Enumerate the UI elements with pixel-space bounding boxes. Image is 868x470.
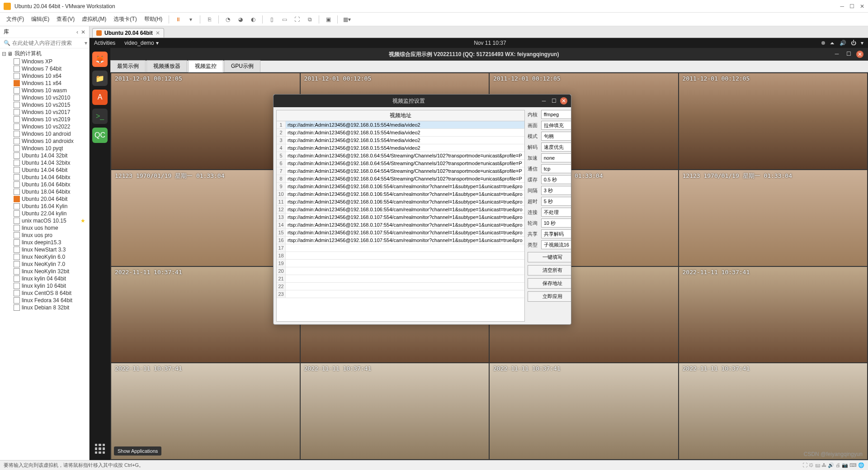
address-row[interactable]: 3rtsp://admin:Admin123456@192.168.0.15:5… — [277, 137, 524, 144]
setting-select[interactable]: 5 秒 — [541, 197, 571, 206]
setting-select[interactable]: 速度优先 — [541, 142, 571, 152]
address-row[interactable]: 17 — [277, 244, 524, 252]
close-button[interactable]: ✕ — [560, 97, 567, 104]
url-cell[interactable]: rtsp://admin:Admin123456@192.168.0.106:5… — [286, 206, 524, 213]
setting-select[interactable]: tcp — [541, 164, 571, 173]
video-cell[interactable]: 2022-11-11 10:37:41 — [301, 363, 489, 459]
vm-item[interactable]: linux Fedora 34 64bit — [0, 297, 89, 304]
address-row[interactable]: 15rtsp://admin:Admin123456@192.168.0.107… — [277, 229, 524, 237]
vm-item[interactable]: Windows XP — [0, 58, 89, 65]
network-icon[interactable]: ⏶ — [830, 40, 835, 46]
setting-select[interactable]: 0.5 秒 — [541, 175, 571, 184]
url-cell[interactable]: rtsp://admin:Admin123456@192.168.0.64:55… — [286, 152, 524, 159]
url-cell[interactable]: rtsp://admin:Admin123456@192.168.0.64:55… — [286, 175, 524, 182]
close-icon[interactable]: ✕ — [156, 30, 160, 36]
vm-item[interactable]: linux Debian 8 32bit — [0, 304, 89, 311]
address-row[interactable]: 4rtsp://admin:Admin123456@192.168.0.15:5… — [277, 144, 524, 152]
url-cell[interactable]: rtsp://admin:Admin123456@192.168.0.15:55… — [286, 137, 524, 144]
view-4-icon[interactable]: ⧉ — [304, 14, 315, 25]
settings-icon[interactable]: ▦▾ — [341, 14, 352, 25]
pause-icon[interactable]: ⏸ — [173, 14, 184, 25]
vm-tab[interactable]: Ubuntu 20.04 64bit ✕ — [92, 28, 164, 38]
tab-gpu[interactable]: GPU示例 — [224, 60, 260, 72]
vm-item[interactable]: Windows 10 android — [0, 130, 89, 138]
address-row[interactable]: 8rtsp://admin:Admin123456@192.168.0.64:5… — [277, 175, 524, 183]
vm-item[interactable]: Ubuntu 18.04 64bitx — [0, 188, 89, 195]
setting-select[interactable]: 共享解码 — [541, 229, 571, 238]
send-icon[interactable]: ⎘ — [204, 14, 215, 25]
menu-view[interactable]: 查看(V) — [54, 14, 77, 25]
url-cell[interactable] — [286, 252, 524, 259]
show-apps-button[interactable] — [92, 441, 108, 456]
menu-tabs[interactable]: 选项卡(T) — [111, 14, 139, 25]
vm-item[interactable]: linux deepin15.3 — [0, 239, 89, 246]
address-row[interactable]: 18 — [277, 252, 524, 260]
vm-item[interactable]: Windows 10 vs2015 — [0, 101, 89, 109]
vm-item[interactable]: Ubuntu 14.04 32bit — [0, 152, 89, 159]
view-2-icon[interactable]: ▭ — [279, 14, 290, 25]
video-cell[interactable]: 2022-11-11 10:37:41 — [679, 267, 868, 363]
video-cell[interactable]: 2022-11-11 10:37:41 — [111, 267, 300, 363]
address-row[interactable]: 11rtsp://admin:Admin123456@192.168.0.106… — [277, 198, 524, 206]
dropdown-icon[interactable]: ▾ — [185, 14, 196, 25]
address-row[interactable]: 13rtsp://admin:Admin123456@192.168.0.107… — [277, 214, 524, 221]
vm-item[interactable]: linux NeoKylin 6.0 — [0, 253, 89, 261]
setting-select[interactable]: 3 秒 — [541, 186, 571, 195]
url-cell[interactable]: rtsp://admin:Admin123456@192.168.0.106:5… — [286, 190, 524, 198]
snapshot-icon[interactable]: ◔ — [222, 14, 233, 25]
minimize-button[interactable]: ─ — [840, 3, 844, 9]
setting-select[interactable]: none — [541, 153, 571, 162]
url-cell[interactable]: rtsp://admin:Admin123456@192.168.0.107:5… — [286, 229, 524, 236]
video-cell[interactable]: 2011-12-01 00:12:05 — [679, 73, 868, 169]
address-row[interactable]: 14rtsp://admin:Admin123456@192.168.0.107… — [277, 221, 524, 229]
video-cell[interactable]: 2011-12-01 00:12:05 — [111, 73, 300, 169]
setting-select[interactable]: 拉伸填充 — [541, 121, 571, 130]
vm-item[interactable]: unix macOS 10.15★ — [0, 217, 89, 224]
chevron-down-icon[interactable]: ▾ — [861, 40, 863, 46]
url-cell[interactable]: rtsp://admin:Admin123456@192.168.0.107:5… — [286, 221, 524, 228]
tab-monitor[interactable]: 视频监控 — [188, 60, 223, 72]
console-icon[interactable]: ▣ — [323, 14, 334, 25]
url-cell[interactable]: rtsp://admin:Admin123456@192.168.0.106:5… — [286, 183, 524, 190]
video-cell[interactable]: 12123 1970/01/19 星期一 01:33:04 — [111, 170, 300, 266]
vm-item[interactable]: linux NewStart 3.3 — [0, 246, 89, 253]
vm-item[interactable]: Ubuntu 16.04 64bitx — [0, 181, 89, 188]
vm-item[interactable]: Ubuntu 20.04 64bit — [0, 195, 89, 203]
power-icon[interactable]: ⏻ — [851, 40, 856, 46]
video-cell[interactable]: 2022-11-11 10:37:41 — [490, 363, 678, 459]
fill-button[interactable]: 一键填写 — [528, 252, 571, 262]
url-cell[interactable] — [286, 260, 524, 267]
address-row[interactable]: 1rtsp://admin:Admin123456@192.168.0.15:5… — [277, 121, 524, 129]
tab-player[interactable]: 视频播放器 — [146, 60, 187, 72]
url-cell[interactable]: rtsp://admin:Admin123456@192.168.0.106:5… — [286, 198, 524, 205]
snapshot-restore-icon[interactable]: ◕ — [235, 14, 246, 25]
vm-item[interactable]: Windows 10 vs2017 — [0, 109, 89, 116]
video-cell[interactable]: 12123 1970/01/19 星期一 01:33:04 — [679, 170, 868, 266]
url-cell[interactable]: rtsp://admin:Admin123456@192.168.0.107:5… — [286, 237, 524, 244]
vm-item[interactable]: Windows 10 x64 — [0, 72, 89, 80]
setting-select[interactable]: 子视频流16 — [541, 240, 571, 249]
url-cell[interactable] — [286, 283, 524, 290]
app-menu[interactable]: video_demo ▾ — [124, 40, 158, 46]
activities-button[interactable]: Activities — [94, 40, 115, 46]
address-row[interactable]: 10rtsp://admin:Admin123456@192.168.0.106… — [277, 190, 524, 198]
vm-item[interactable]: Windows 11 x64 — [0, 80, 89, 87]
clear-button[interactable]: 清空所有 — [528, 265, 571, 275]
url-cell[interactable] — [286, 275, 524, 282]
address-row[interactable]: 9rtsp://admin:Admin123456@192.168.0.106:… — [277, 183, 524, 190]
address-row[interactable]: 19 — [277, 260, 524, 267]
vm-item[interactable]: linux kylin 10 64bit — [0, 282, 89, 290]
address-row[interactable]: 21 — [277, 275, 524, 283]
address-row[interactable]: 22 — [277, 283, 524, 290]
address-row[interactable]: 23 — [277, 290, 524, 298]
video-cell[interactable]: 2022-11-11 10:37:41 — [679, 363, 868, 459]
vm-item[interactable]: Windows 7 64bit — [0, 65, 89, 72]
vm-item[interactable]: Windows 10 vs2022 — [0, 123, 89, 130]
url-cell[interactable]: rtsp://admin:Admin123456@192.168.0.64:55… — [286, 160, 524, 167]
setting-select[interactable]: 句柄 — [541, 132, 571, 141]
menu-vm[interactable]: 虚拟机(M) — [79, 14, 109, 25]
url-cell[interactable] — [286, 244, 524, 252]
firefox-icon[interactable]: 🦊 — [92, 52, 108, 67]
chevron-left-icon[interactable]: ‹ — [76, 29, 78, 35]
url-cell[interactable] — [286, 290, 524, 298]
